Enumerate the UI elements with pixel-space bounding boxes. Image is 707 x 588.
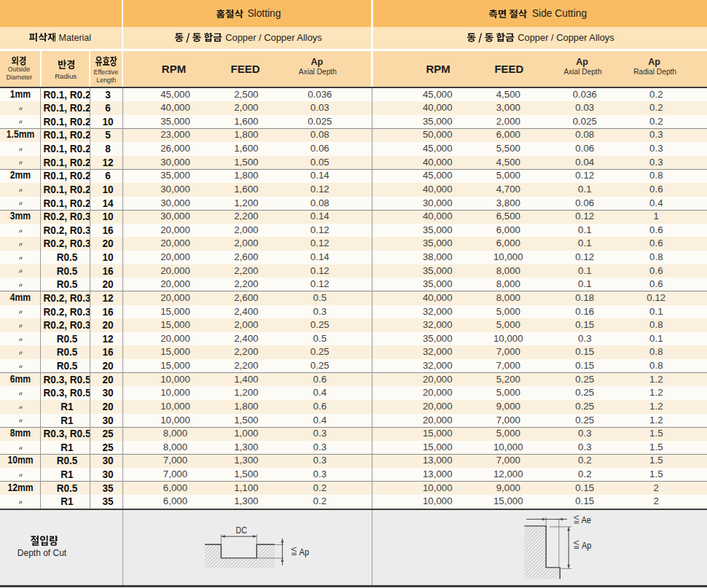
svg-text:Ap: Ap: [300, 547, 309, 557]
svg-text:Ap: Ap: [582, 541, 591, 551]
svg-text:DC: DC: [236, 525, 247, 536]
svg-text:Ae: Ae: [582, 515, 592, 525]
